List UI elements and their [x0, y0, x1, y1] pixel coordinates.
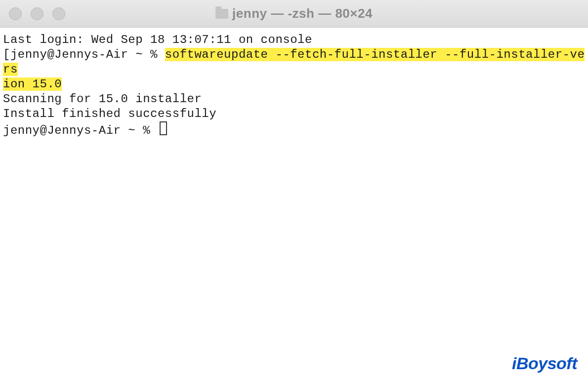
prompt-1: jenny@Jennys-Air ~ %: [10, 48, 165, 61]
window-title: jenny — -zsh — 80×24: [232, 6, 373, 21]
watermark-logo: iBoysoft: [512, 354, 577, 373]
window-minimize-button[interactable]: [31, 7, 43, 20]
output-line-2: Install finished successfully: [3, 107, 216, 120]
highlighted-command-part2: ion 15.0: [3, 77, 62, 91]
terminal-cursor: [160, 121, 167, 135]
window-close-button[interactable]: [9, 7, 22, 20]
window-titlebar: jenny — -zsh — 80×24: [0, 0, 588, 28]
prompt-bracket: [: [3, 48, 10, 61]
last-login-line: Last login: Wed Sep 18 13:07:11 on conso…: [3, 33, 312, 46]
window-zoom-button[interactable]: [52, 7, 65, 20]
folder-icon: [215, 9, 228, 19]
window-traffic-lights: [9, 7, 65, 20]
output-line-1: Scanning for 15.0 installer: [3, 92, 202, 106]
terminal-output-area[interactable]: Last login: Wed Sep 18 13:07:11 on conso…: [0, 28, 588, 138]
prompt-2: jenny@Jennys-Air ~ %: [3, 124, 158, 137]
